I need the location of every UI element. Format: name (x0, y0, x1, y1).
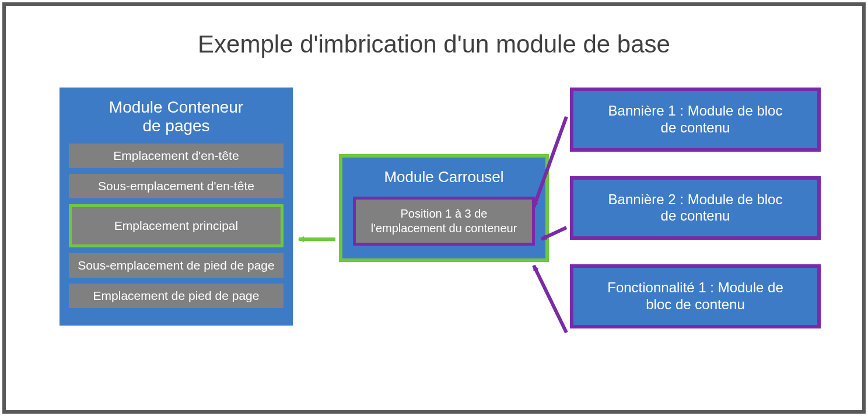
banner-2-line1: Bannière 2 : Module de bloc (608, 191, 783, 207)
banner-3-line2: bloc de contenu (646, 296, 744, 312)
banner-2-line2: de contenu (661, 208, 730, 223)
carousel-slot-line2: l'emplacement du conteneur (371, 222, 517, 235)
diagram-title: Exemple d'imbrication d'un module de bas… (6, 30, 862, 58)
carousel-title: Module Carrousel (353, 168, 535, 186)
carousel-module: Module Carrousel Position 1 à 3 de l'emp… (339, 154, 549, 262)
carousel-container-slot: Position 1 à 3 de l'emplacement du conte… (353, 197, 535, 246)
banner-3-line1: Fonctionnalité 1 : Module de (607, 279, 783, 295)
footer-slot: Emplacement de pied de page (69, 284, 284, 308)
subfooter-slot: Sous-emplacement de pied de page (69, 253, 284, 278)
page-container-title: Module Conteneur de pages (69, 98, 284, 135)
page-container-title-line1: Module Conteneur (109, 98, 243, 116)
page-container-title-line2: de pages (142, 117, 209, 135)
header-slot: Emplacement d'en-tête (69, 144, 284, 168)
banner-1-line1: Bannière 1 : Module de bloc (608, 103, 783, 118)
page-container-module: Module Conteneur de pages Emplacement d'… (60, 88, 293, 326)
banner-2: Bannière 2 : Module de bloc de contenu (570, 176, 821, 240)
arrow-banner3-to-carousel (534, 265, 566, 333)
carousel-slot-line1: Position 1 à 3 de (401, 207, 488, 220)
banner-3: Fonctionnalité 1 : Module de bloc de con… (570, 264, 821, 328)
subheader-slot: Sous-emplacement d'en-tête (69, 174, 284, 198)
banner-1: Bannière 1 : Module de bloc de contenu (570, 88, 821, 152)
main-slot: Emplacement principal (69, 204, 284, 247)
diagram-frame: Exemple d'imbrication d'un module de bas… (2, 2, 866, 414)
banner-1-line2: de contenu (661, 120, 730, 135)
content-blocks-column: Bannière 1 : Module de bloc de contenu B… (570, 88, 821, 353)
